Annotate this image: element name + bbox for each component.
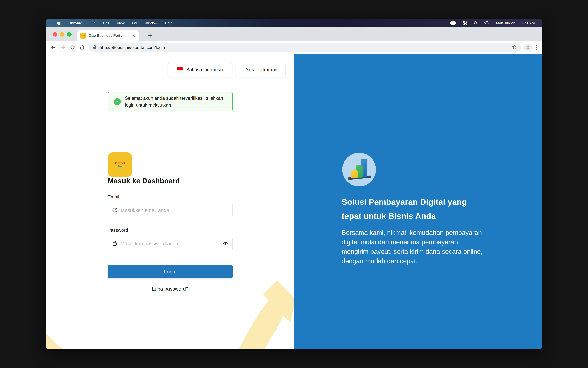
address-bar[interactable]: http://ottobusinessportal.com/login: [89, 43, 521, 52]
indonesia-flag-icon: [177, 67, 183, 73]
tab-close-icon[interactable]: ×: [132, 33, 135, 38]
ottopay-logo: OTTO PAY: [108, 152, 132, 177]
menubar-menus: ChromeFileEditViewGoWindowHelp: [68, 21, 172, 25]
promo-body-line: dengan mudah dan cepat.: [342, 256, 510, 266]
promo-body: Bersama kami, nikmati kemudahan pembayar…: [342, 228, 510, 266]
forgot-password-link[interactable]: Lupa password?: [108, 286, 233, 292]
success-alert: Selamat akun anda sudah terverifikasi, s…: [108, 92, 233, 111]
language-selector-button[interactable]: Bahasa Indonesia: [168, 63, 232, 77]
tab-strip: OTTO Otto Business Portal × +: [46, 27, 542, 41]
promo-body-line: digital mulai dari menerima pembayaran,: [342, 238, 510, 247]
promo-heading: Solusi Pembayaran Digital yangtepat untu…: [342, 195, 507, 223]
menubar-menu-item[interactable]: Go: [132, 21, 137, 25]
close-window-button[interactable]: [53, 32, 57, 37]
reload-icon[interactable]: [68, 43, 77, 52]
page-content: Bahasa Indonesia Daftar sekarang Selamat…: [46, 54, 542, 349]
menubar-menu-item[interactable]: Window: [145, 21, 157, 25]
battery-icon[interactable]: [450, 21, 456, 25]
login-button[interactable]: Login: [108, 265, 233, 278]
browser-tab[interactable]: OTTO Otto Business Portal ×: [77, 30, 139, 41]
browser-window: ChromeFileEditViewGoWindowHelp Mon Jun 2…: [46, 19, 542, 349]
success-alert-line: login untuk melajutkan: [125, 102, 223, 109]
register-button-label: Daftar sekarang: [244, 67, 277, 73]
forward-icon[interactable]: [58, 43, 68, 52]
email-field[interactable]: [108, 204, 233, 217]
email-icon: [112, 207, 118, 213]
menubar-menu-item[interactable]: Chrome: [68, 21, 82, 25]
promo-panel: Solusi Pembayaran Digital yangtepat untu…: [294, 54, 542, 349]
menubar-menu-item[interactable]: View: [117, 21, 125, 25]
password-input[interactable]: [120, 241, 223, 247]
menubar-menu-item[interactable]: Help: [165, 21, 172, 25]
promo-heading-line: tepat untuk Bisnis Anda: [342, 209, 507, 223]
ottopay-logo-wordmark: OTTO: [115, 161, 125, 165]
tab-favicon-otto-icon: OTTO: [80, 33, 86, 38]
browser-toolbar: http://ottobusinessportal.com/login: [46, 41, 542, 54]
promo-body-line: mengirim payout, serta kirim dana secara…: [342, 247, 510, 256]
register-button[interactable]: Daftar sekarang: [236, 63, 286, 77]
menubar-menu-item[interactable]: Edit: [103, 21, 109, 25]
padlock-icon[interactable]: [93, 45, 97, 50]
wifi-icon[interactable]: [484, 21, 489, 25]
tab-title: Otto Business Portal: [89, 33, 132, 38]
success-alert-line: Selamat akun anda sudah terverifikasi, s…: [125, 95, 223, 102]
promo-body-line: Bersama kami, nikmati kemudahan pembayar…: [342, 228, 510, 238]
login-heading: Masuk ke Dashboard: [108, 177, 180, 185]
menubar-date[interactable]: Mon Jun 22: [496, 21, 515, 25]
zoom-window-button[interactable]: [67, 32, 72, 37]
url-text[interactable]: http://ottobusinessportal.com/login: [100, 45, 512, 50]
control-center-icon[interactable]: [463, 21, 467, 25]
check-circle-icon: [114, 98, 121, 105]
browser-menu-icon[interactable]: [536, 45, 537, 50]
promo-heading-line: Solusi Pembayaran Digital yang: [342, 195, 507, 209]
chart-bar-yellow: [351, 170, 358, 178]
home-icon[interactable]: [77, 43, 87, 52]
window-controls: [53, 32, 72, 37]
apple-logo-icon[interactable]: [57, 21, 61, 25]
spotlight-search-icon[interactable]: [474, 21, 478, 25]
toggle-password-visibility-icon[interactable]: [223, 241, 228, 247]
language-selector-label: Bahasa Indonesia: [186, 67, 223, 73]
bookmark-star-icon[interactable]: [512, 45, 517, 50]
minimize-window-button[interactable]: [60, 32, 64, 37]
profile-avatar-icon[interactable]: [524, 44, 532, 51]
yellow-arrow-decoration: [236, 276, 294, 349]
password-label: Password: [108, 228, 128, 233]
new-tab-button[interactable]: +: [145, 30, 156, 41]
password-field[interactable]: [108, 237, 233, 250]
email-label: Email: [108, 194, 119, 200]
lock-icon: [112, 240, 117, 247]
back-icon[interactable]: [48, 43, 58, 52]
success-alert-text: Selamat akun anda sudah terverifikasi, s…: [125, 95, 223, 109]
desktop: ChromeFileEditViewGoWindowHelp Mon Jun 2…: [0, 0, 588, 368]
bar-chart-illustration: [342, 153, 376, 186]
yellow-corner-decoration: [46, 333, 63, 349]
login-panel: Bahasa Indonesia Daftar sekarang Selamat…: [46, 54, 294, 349]
macos-menubar: ChromeFileEditViewGoWindowHelp Mon Jun 2…: [46, 19, 542, 27]
menubar-time[interactable]: 9:41 AM: [521, 21, 535, 25]
menubar-menu-item[interactable]: File: [90, 21, 95, 25]
email-input[interactable]: [120, 207, 228, 213]
ottopay-logo-sub: PAY: [118, 165, 122, 167]
